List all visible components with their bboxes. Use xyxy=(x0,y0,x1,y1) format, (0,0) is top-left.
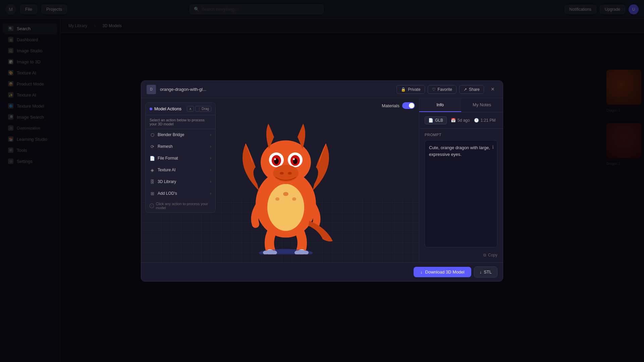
svg-point-13 xyxy=(288,172,292,175)
share-button[interactable]: ↗ Share xyxy=(459,85,484,94)
info-meta: 📄 GLB 📅 5d ago 🕐 1:21 PM xyxy=(419,112,503,129)
svg-point-11 xyxy=(273,165,299,182)
info-circle-icon: i xyxy=(150,203,154,208)
svg-point-21 xyxy=(275,197,279,201)
private-button[interactable]: 🔒 Private xyxy=(396,85,425,94)
copy-button[interactable]: ⧉ Copy xyxy=(483,250,497,260)
actions-header: Model Actions ∧ ⋮ Drag xyxy=(146,103,215,115)
library-icon: 🗄 xyxy=(150,179,155,184)
lock-icon: 🔒 xyxy=(401,87,406,92)
modal-body: Materials Model Actions ∧ ⋮ Dr xyxy=(141,98,503,262)
actions-title: Model Actions xyxy=(150,106,181,111)
model-avatar: D xyxy=(147,85,156,94)
heart-icon: ♡ xyxy=(432,87,436,92)
share-icon: ↗ xyxy=(464,87,467,92)
actions-controls: ∧ ⋮ Drag xyxy=(187,106,211,112)
actions-dot xyxy=(150,108,152,110)
3d-viewer[interactable]: Materials Model Actions ∧ ⋮ Dr xyxy=(141,98,419,262)
chevron-right-icon: › xyxy=(210,168,211,172)
blender-icon: ⬡ xyxy=(150,132,155,137)
prompt-label: PROMPT xyxy=(425,133,497,137)
file-format-icon: 📄 xyxy=(150,156,155,161)
texture-ai-icon: ◈ xyxy=(150,167,155,173)
remesh-label: Remesh xyxy=(158,144,173,149)
chevron-right-icon: › xyxy=(210,156,211,161)
model-name: orange-dragon-with-gl... xyxy=(160,87,392,92)
svg-point-1 xyxy=(267,184,304,231)
clock-icon: 🕐 xyxy=(474,118,479,123)
file-format-label: File Format xyxy=(158,156,178,161)
materials-label: Materials xyxy=(382,103,399,108)
dragon-model xyxy=(219,100,353,254)
actions-footer: i Click any action to process your model xyxy=(146,199,215,213)
action-3d-library[interactable]: 🗄 3D Library › xyxy=(146,176,215,188)
footer-text: Click any action to process your model xyxy=(156,202,211,210)
svg-point-20 xyxy=(283,192,288,196)
actions-description: Select an action below to process your 3… xyxy=(146,115,215,129)
lod-label: Add LOD's xyxy=(158,191,177,196)
info-tabs: Info My Notes xyxy=(419,98,503,112)
info-icon: ℹ xyxy=(492,144,494,151)
modal-header: D orange-dragon-with-gl... 🔒 Private ♡ F… xyxy=(141,81,503,98)
close-button[interactable]: × xyxy=(488,85,497,94)
drag-button[interactable]: ⋮ Drag xyxy=(195,106,211,112)
time-info: 🕐 1:21 PM xyxy=(474,118,496,123)
chevron-right-icon: › xyxy=(210,132,211,137)
library-label: 3D Library xyxy=(158,179,176,184)
info-panel: Info My Notes 📄 GLB 📅 5d ago 🕐 1:21 PM xyxy=(419,98,503,262)
lod-icon: ⊞ xyxy=(150,191,155,196)
remesh-icon: ⟳ xyxy=(150,144,155,149)
svg-point-12 xyxy=(280,172,284,175)
copy-icon: ⧉ xyxy=(483,253,486,257)
blender-label: Blender Bridge xyxy=(158,132,184,137)
file-icon: 📄 xyxy=(428,118,433,123)
modal-footer: ↓ Download 3D Model ↓ STL xyxy=(141,262,503,281)
prompt-text: Cute, orange dragon with large, expressi… xyxy=(429,145,490,157)
toggle-knob xyxy=(409,103,414,108)
tab-notes[interactable]: My Notes xyxy=(461,98,503,112)
prompt-section: PROMPT Cute, orange dragon with large, e… xyxy=(419,129,503,262)
date-info: 📅 5d ago xyxy=(451,118,470,123)
model-actions-panel: Model Actions ∧ ⋮ Drag Select an action … xyxy=(145,102,216,213)
modal-overlay: D orange-dragon-with-gl... 🔒 Private ♡ F… xyxy=(0,0,644,362)
texture-ai-label: Texture AI xyxy=(158,168,175,172)
prompt-text-area: Cute, orange dragon with large, expressi… xyxy=(425,140,497,247)
action-texture-ai[interactable]: ◈ Texture AI › xyxy=(146,164,215,176)
chevron-right-icon: › xyxy=(210,191,211,196)
format-badge: 📄 GLB xyxy=(425,116,447,124)
svg-point-9 xyxy=(274,158,276,160)
calendar-icon: 📅 xyxy=(451,118,456,123)
svg-point-22 xyxy=(292,197,296,201)
action-blender-bridge[interactable]: ⬡ Blender Bridge › xyxy=(146,129,215,141)
tab-info[interactable]: Info xyxy=(419,98,461,112)
action-add-lods[interactable]: ⊞ Add LOD's › xyxy=(146,188,215,199)
stl-download-icon: ↓ xyxy=(480,269,482,275)
svg-point-10 xyxy=(293,158,295,160)
action-remesh[interactable]: ⟳ Remesh › xyxy=(146,141,215,153)
chevron-right-icon: › xyxy=(210,144,211,149)
collapse-button[interactable]: ∧ xyxy=(187,106,194,112)
download-stl-button[interactable]: ↓ STL xyxy=(474,266,497,278)
action-file-format[interactable]: 📄 File Format › xyxy=(146,153,215,164)
model-viewer-modal: D orange-dragon-with-gl... 🔒 Private ♡ F… xyxy=(141,80,503,282)
materials-toggle-switch[interactable] xyxy=(402,102,415,109)
chevron-right-icon: › xyxy=(210,179,211,184)
download-icon: ↓ xyxy=(420,269,423,275)
materials-toggle: Materials xyxy=(382,102,415,109)
favorite-button[interactable]: ♡ Favorite xyxy=(428,85,457,94)
modal-header-actions: 🔒 Private ♡ Favorite ↗ Share xyxy=(396,85,484,94)
download-3d-model-button[interactable]: ↓ Download 3D Model xyxy=(414,267,471,277)
